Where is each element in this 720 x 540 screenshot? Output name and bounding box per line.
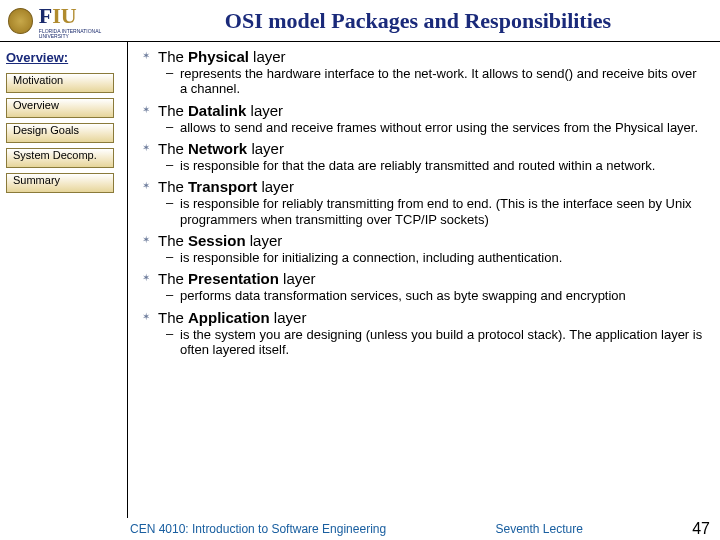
layer-title: The Transport layer — [158, 178, 706, 195]
logo-f: F — [39, 3, 52, 29]
layer-presentation: The Presentation layer performs data tra… — [136, 270, 706, 306]
layer-desc: is responsible for reliably transmitting… — [158, 195, 706, 230]
layer-title: The Session layer — [158, 232, 706, 249]
fiu-logo: F IU FLORIDA INTERNATIONAL UNIVERSITY — [39, 3, 128, 39]
footer-page: 47 — [692, 520, 710, 538]
sidebar-title: Overview: — [6, 50, 119, 65]
layer-desc: represents the hardware interface to the… — [158, 65, 706, 100]
layer-session: The Session layer is responsible for ini… — [136, 232, 706, 268]
sidebar-item-summary[interactable]: Summary — [6, 173, 114, 193]
layer-desc: allows to send and receive frames withou… — [158, 119, 706, 138]
layer-desc: is responsible for that the data are rel… — [158, 157, 706, 176]
logo-iu: IU — [52, 3, 76, 29]
layer-transport: The Transport layer is responsible for r… — [136, 178, 706, 230]
sidebar-item-motivation[interactable]: Motivation — [6, 73, 114, 93]
sidebar: Overview: Motivation Overview Design Goa… — [0, 42, 128, 518]
footer: CEN 4010: Introduction to Software Engin… — [0, 518, 720, 540]
layer-datalink: The Datalink layer allows to send and re… — [136, 102, 706, 138]
footer-lecture: Seventh Lecture — [495, 522, 582, 536]
logo-sub: FLORIDA INTERNATIONAL UNIVERSITY — [39, 29, 128, 39]
page-title: OSI model Packages and Responsibilities — [128, 8, 720, 34]
header: F IU FLORIDA INTERNATIONAL UNIVERSITY OS… — [0, 0, 720, 42]
sidebar-item-system-decomp[interactable]: System Decomp. — [6, 148, 114, 168]
layer-desc: is responsible for initializing a connec… — [158, 249, 706, 268]
layer-title: The Physical layer — [158, 48, 706, 65]
layer-title: The Presentation layer — [158, 270, 706, 287]
layer-title: The Application layer — [158, 309, 706, 326]
body: Overview: Motivation Overview Design Goa… — [0, 42, 720, 518]
footer-course: CEN 4010: Introduction to Software Engin… — [130, 522, 386, 536]
layer-application: The Application layer is the system you … — [136, 309, 706, 361]
layer-desc: is the system you are designing (unless … — [158, 326, 706, 361]
logo: F IU FLORIDA INTERNATIONAL UNIVERSITY — [0, 3, 128, 39]
layer-desc: performs data transformation services, s… — [158, 287, 706, 306]
layer-title: The Datalink layer — [158, 102, 706, 119]
seal-icon — [8, 8, 33, 34]
layer-network: The Network layer is responsible for tha… — [136, 140, 706, 176]
sidebar-item-overview[interactable]: Overview — [6, 98, 114, 118]
layer-physical: The Physical layer represents the hardwa… — [136, 48, 706, 100]
content: The Physical layer represents the hardwa… — [128, 42, 720, 518]
sidebar-item-design-goals[interactable]: Design Goals — [6, 123, 114, 143]
layer-title: The Network layer — [158, 140, 706, 157]
